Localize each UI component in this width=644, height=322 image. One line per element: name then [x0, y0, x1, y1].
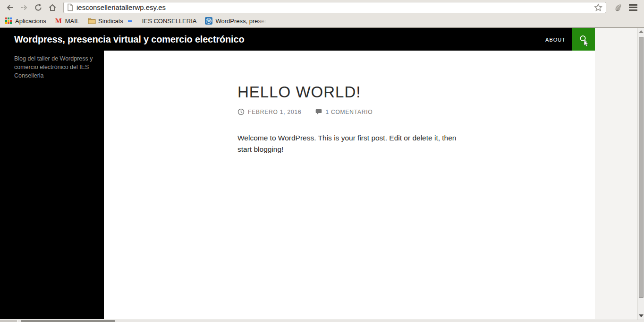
- bookmark-label: MAIL: [65, 17, 79, 25]
- post-article: HELLO WORLD! FEBRERO 1, 2016 1 COMENTARI…: [237, 84, 463, 155]
- bookmark-ies-conselleria[interactable]: IES CONSELLERIA: [131, 16, 198, 26]
- bookmark-aplicacions[interactable]: Aplicacions: [4, 16, 47, 26]
- browser-chrome: iesconselleriatallerwp.esy.es: [0, 0, 644, 28]
- site-header: Wordpress, presencia virtual y comercio …: [0, 28, 595, 51]
- browser-toolbar: iesconselleriatallerwp.esy.es: [0, 0, 644, 15]
- wordpress-icon: W: [205, 17, 212, 25]
- bookmark-wordpress[interactable]: W WordPress, presen: [204, 16, 269, 26]
- menu-button[interactable]: [627, 1, 639, 14]
- primary-nav: ABOUT: [545, 35, 566, 44]
- bookmark-label: IES CONSELLERIA: [142, 17, 197, 25]
- home-button[interactable]: [46, 1, 59, 14]
- vertical-scrollbar-thumb[interactable]: [639, 37, 644, 298]
- horizontal-scrollbar-thumb[interactable]: [21, 320, 115, 322]
- bookmark-label: Aplicacions: [15, 17, 46, 25]
- reload-button[interactable]: [32, 1, 44, 14]
- vertical-scrollbar[interactable]: [637, 28, 644, 320]
- site-sidebar: Blog del taller de Wordpress y comercio …: [0, 51, 104, 319]
- site-title[interactable]: Wordpress, presencia virtual y comercio …: [14, 34, 244, 45]
- page-icon: [67, 3, 74, 11]
- folder-icon: [88, 17, 95, 25]
- site-description: Blog del taller de Wordpress y comercio …: [14, 54, 93, 80]
- post-comments-link[interactable]: 1 COMENTARIO: [315, 109, 373, 115]
- extension-icon[interactable]: [612, 1, 624, 14]
- bookmark-label: Sindicats: [98, 17, 123, 25]
- search-button[interactable]: [572, 28, 595, 51]
- scroll-up-arrow-icon[interactable]: [638, 28, 644, 35]
- bookmark-label: WordPress, presen: [215, 17, 268, 25]
- url-text[interactable]: iesconselleriatallerwp.esy.es: [76, 3, 593, 11]
- bookmark-sindicats[interactable]: Sindicats: [87, 16, 124, 26]
- mouse-cursor: [584, 40, 589, 47]
- reload-icon: [34, 3, 42, 12]
- url-bar[interactable]: iesconselleriatallerwp.esy.es: [63, 2, 606, 13]
- menu-icon: [629, 4, 637, 6]
- wordpress-site: Wordpress, presencia virtual y comercio …: [0, 28, 595, 319]
- horizontal-scrollbar[interactable]: [0, 320, 644, 322]
- home-icon: [48, 3, 57, 12]
- google-g-icon: [132, 17, 139, 25]
- comment-bubble-icon: [315, 109, 322, 115]
- post-body: Welcome to WordPress. This is your first…: [237, 132, 463, 155]
- post-date-link[interactable]: FEBRERO 1, 2016: [237, 108, 301, 115]
- post-comment-count: 1 COMENTARIO: [325, 109, 373, 115]
- forward-icon: [20, 3, 28, 12]
- scroll-left-button[interactable]: [0, 320, 17, 322]
- scroll-down-arrow-icon[interactable]: [638, 312, 644, 320]
- back-icon: [6, 3, 14, 12]
- bookmark-mail[interactable]: M MAIL: [54, 16, 80, 26]
- post-meta: FEBRERO 1, 2016 1 COMENTARIO: [237, 108, 463, 115]
- bookmark-star-icon[interactable]: [593, 3, 603, 12]
- back-button[interactable]: [4, 1, 16, 14]
- bookmarks-bar: Aplicacions M MAIL Sindicats IES CONSELL…: [0, 15, 644, 27]
- post-title[interactable]: HELLO WORLD!: [237, 84, 463, 101]
- gmail-icon: M: [55, 17, 62, 25]
- browser-viewport: Wordpress, presencia virtual y comercio …: [0, 28, 644, 322]
- nav-about-link[interactable]: ABOUT: [545, 37, 566, 43]
- post-date: FEBRERO 1, 2016: [248, 109, 301, 115]
- forward-button[interactable]: [18, 1, 30, 14]
- apps-grid-icon: [5, 17, 12, 25]
- clock-icon: [237, 108, 245, 115]
